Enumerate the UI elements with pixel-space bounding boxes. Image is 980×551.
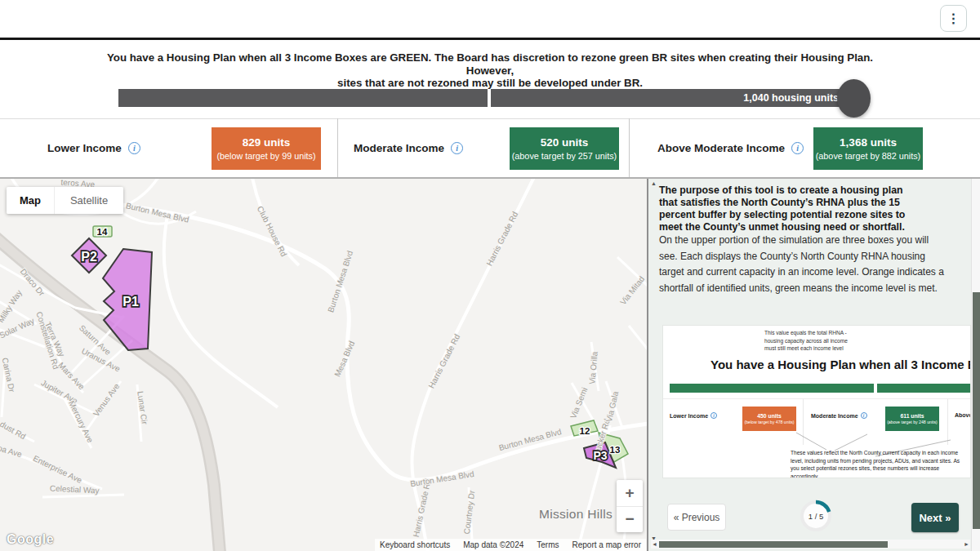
housing-bar-segment-2: 1,040 housing units bbox=[491, 89, 850, 107]
lower-income-units-box: 829 units (below target by 99 units) bbox=[212, 127, 321, 170]
info-icon[interactable]: i bbox=[451, 142, 463, 154]
step-progress-text: 1 / 5 bbox=[808, 512, 824, 521]
banner-text: You have a Housing Plan when all 3 Incom… bbox=[82, 51, 898, 90]
site-14-label: 14 bbox=[97, 227, 108, 237]
road-label: Burton Mesa Blvd bbox=[326, 250, 354, 313]
vertical-scrollbar-thumb[interactable] bbox=[973, 292, 980, 529]
map-attribution: Keyboard shortcuts Map data ©2024 Terms … bbox=[375, 539, 646, 551]
scroll-left-arrow-icon[interactable]: ◄ bbox=[652, 540, 657, 549]
site-12-label: 12 bbox=[580, 426, 590, 436]
above-moderate-income-label: Above Moderate Income i bbox=[657, 118, 804, 177]
banner-section: You have a Housing Plan when all 3 Incom… bbox=[0, 40, 980, 118]
parcel-p3-label: P3 bbox=[593, 449, 607, 462]
horizontal-scrollbar-thumb[interactable] bbox=[659, 541, 888, 548]
top-bar bbox=[0, 0, 980, 38]
above-moderate-income-units-box: 1,368 units (above target by 882 units) bbox=[813, 127, 923, 170]
kebab-menu-icon: ⋮ bbox=[947, 11, 960, 26]
housing-bar-handle[interactable] bbox=[837, 79, 871, 118]
vertical-scrollbar[interactable] bbox=[971, 179, 980, 551]
parcel-p1-label: P1 bbox=[122, 295, 139, 309]
moderate-income-units-box: 520 units (above target by 257 units) bbox=[510, 127, 619, 170]
kebab-menu-button[interactable]: ⋮ bbox=[940, 5, 967, 32]
previous-button[interactable]: « Previous bbox=[667, 504, 726, 531]
above-moderate-income-detail: (above target by 882 units) bbox=[813, 151, 923, 161]
scroll-right-arrow-icon[interactable]: ► bbox=[964, 540, 969, 549]
housing-bar-label: 1,040 housing units bbox=[743, 92, 839, 104]
road-label: Mesa Blvd bbox=[332, 340, 356, 378]
zoom-out-button[interactable]: − bbox=[617, 507, 643, 533]
tutorial-image-card: This value equals the total RHNA - housi… bbox=[663, 326, 970, 478]
road-label: pa Ave bbox=[0, 443, 24, 459]
income-divider bbox=[629, 118, 630, 177]
lower-income-label: Lower Income i bbox=[47, 118, 140, 177]
tutorial-note-bottom: These values reflect the North County cu… bbox=[791, 449, 967, 478]
horizontal-scrollbar[interactable]: ◄ ► bbox=[651, 540, 970, 549]
above-moderate-income-text: Above Moderate Income bbox=[657, 142, 785, 154]
map-data-text: Map data ©2024 bbox=[463, 540, 523, 549]
parcel-p2-label: P2 bbox=[81, 250, 97, 264]
map-canvas[interactable]: Burton Mesa Blvd Club House Rd Burton Me… bbox=[0, 179, 647, 551]
road-label: Club House Rd bbox=[256, 205, 289, 258]
road-label: Burton Mesa Blvd bbox=[410, 469, 475, 488]
scroll-up-arrow-icon[interactable]: ▲ bbox=[648, 180, 659, 186]
next-button[interactable]: Next » bbox=[911, 503, 959, 532]
moderate-income-detail: (above target by 257 units) bbox=[510, 151, 619, 161]
road-label: Courtney Dr bbox=[462, 489, 477, 535]
zoom-in-button[interactable]: + bbox=[617, 480, 643, 507]
road-label: Celestial Way bbox=[50, 483, 100, 495]
lower-income-text: Lower Income bbox=[47, 142, 122, 154]
tutorial-panel: The purpose of this tool is to create a … bbox=[647, 179, 980, 551]
panel-intro-bold: The purpose of this tool is to create a … bbox=[659, 184, 922, 233]
road-label: Enterprise Ave bbox=[32, 454, 84, 486]
keyboard-shortcuts-link[interactable]: Keyboard shortcuts bbox=[380, 540, 450, 549]
moderate-income-units: 520 units bbox=[510, 136, 619, 149]
terms-link[interactable]: Terms bbox=[537, 540, 559, 549]
map-type-toggle: Map Satellite bbox=[7, 187, 123, 214]
above-moderate-income-units: 1,368 units bbox=[813, 136, 923, 149]
panel-intro-text: On the upper portion of the simulation a… bbox=[659, 233, 948, 296]
site-13-label: 13 bbox=[610, 445, 621, 455]
road-label: Milky Way bbox=[0, 288, 24, 324]
zoom-control: + − bbox=[617, 480, 643, 532]
map-button[interactable]: Map bbox=[7, 187, 54, 214]
moderate-income-label: Moderate Income i bbox=[354, 118, 463, 177]
income-divider bbox=[337, 118, 338, 177]
satellite-button[interactable]: Satellite bbox=[54, 187, 123, 214]
housing-bar-segment-1 bbox=[118, 89, 488, 107]
step-progress-indicator: 1 / 5 bbox=[797, 497, 835, 535]
road-label: Venus Ave bbox=[91, 381, 122, 418]
report-map-error-link[interactable]: Report a map error bbox=[572, 540, 641, 549]
moderate-income-text: Moderate Income bbox=[354, 142, 444, 154]
road-label: Via Mitad bbox=[618, 274, 646, 306]
place-label-mission-hills: Mission Hills bbox=[539, 507, 612, 521]
main-area: Burton Mesa Blvd Club House Rd Burton Me… bbox=[0, 179, 980, 551]
road-label: Harris Grade Rd bbox=[426, 332, 461, 389]
road-label: dust Rd bbox=[0, 420, 27, 442]
map-svg: Burton Mesa Blvd Club House Rd Burton Me… bbox=[0, 179, 647, 551]
info-icon[interactable]: i bbox=[128, 142, 140, 154]
lower-income-detail: (below target by 99 units) bbox=[212, 151, 321, 161]
road-label: Harris Grade Rd bbox=[484, 210, 519, 267]
google-logo[interactable]: Google bbox=[7, 532, 54, 547]
info-icon[interactable]: i bbox=[791, 142, 804, 154]
road-label: Via Semi bbox=[568, 386, 589, 420]
lower-income-units: 829 units bbox=[212, 136, 321, 149]
road-label: Burton Mesa Blvd bbox=[125, 201, 189, 224]
